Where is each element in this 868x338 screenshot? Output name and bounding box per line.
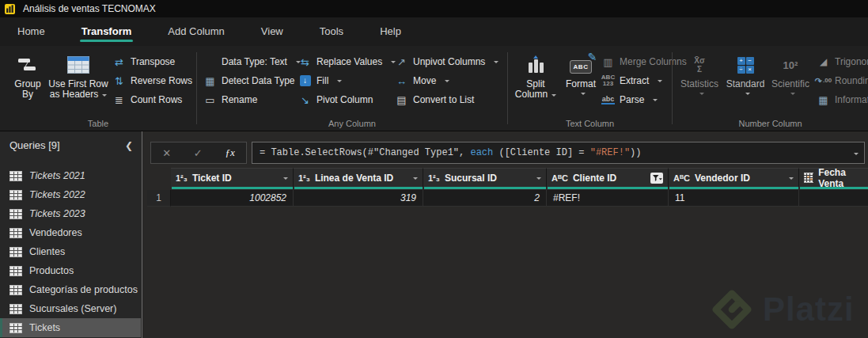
detect-data-type-button[interactable]: ▦ Detect Data Type	[203, 71, 301, 90]
ribbon-group-number-column: X̄σΣ Statistics +−÷× Standard 10² Scient…	[673, 46, 868, 131]
column-label: Ticket ID	[192, 173, 232, 184]
group-by-label: Group By	[14, 78, 40, 100]
column-quality-bar	[294, 187, 423, 189]
transpose-button[interactable]: ⇄ Transpose	[112, 52, 192, 71]
convert-to-list-button[interactable]: ▤ Convert to List	[395, 90, 498, 109]
tab-add-column[interactable]: Add Column	[166, 18, 226, 45]
tab-help[interactable]: Help	[378, 18, 403, 45]
query-item-clientes[interactable]: Clientes	[0, 242, 141, 261]
column-quality-bar	[669, 187, 798, 189]
accept-formula-icon[interactable]: ✓	[194, 147, 203, 159]
row-number[interactable]: 1	[147, 190, 171, 207]
query-item-vendedores[interactable]: Vendedores	[0, 223, 141, 242]
replace-values-button[interactable]: ⇆ Replace Values	[298, 52, 396, 71]
statistics-icon-top: X̄σ	[694, 56, 705, 65]
data-type-button[interactable]: Data Type: Text	[203, 52, 301, 71]
ribbon-group-any-column: Data Type: Text ▦ Detect Data Type ▭ Ren…	[197, 46, 507, 131]
column-filter-dropdown-icon[interactable]	[789, 177, 794, 182]
cell-vendedor-id[interactable]: 11	[669, 190, 799, 207]
text-type-icon: AᴮC	[673, 173, 690, 183]
group-by-icon	[17, 51, 38, 79]
information-button[interactable]: ▦ Information	[817, 90, 868, 109]
unpivot-columns-label: Unpivot Columns	[413, 56, 485, 67]
rename-label: Rename	[222, 94, 257, 105]
format-icon: ABC	[570, 51, 593, 79]
extract-icon-bottom: 123	[603, 81, 613, 87]
tab-home[interactable]: Home	[16, 18, 47, 45]
reverse-rows-button[interactable]: ⇅ Reverse Rows	[112, 71, 192, 90]
fill-button[interactable]: Fill	[298, 71, 396, 90]
table-icon	[9, 247, 22, 257]
column-header-cliente-id[interactable]: AᴮC Cliente ID	[547, 168, 669, 187]
standard-label: Standard	[726, 78, 765, 89]
pivot-column-icon: ↘	[298, 95, 312, 105]
cell-sucursal-id[interactable]: 2	[423, 190, 547, 207]
chevron-down-icon	[699, 93, 704, 97]
minus-tile: −	[746, 57, 754, 65]
filter-applied-icon[interactable]	[650, 173, 663, 184]
unpivot-columns-button[interactable]: ↗ Unpivot Columns	[395, 52, 498, 71]
merge-columns-icon: ▥	[601, 57, 615, 67]
number-type-icon: 1²₃	[428, 173, 440, 183]
extract-icon: ABC123	[601, 74, 615, 87]
query-item-categorias-de-productos[interactable]: Categorías de productos	[0, 280, 141, 299]
column-header-fecha-venta[interactable]: Fecha Venta	[799, 168, 868, 187]
use-first-row-as-headers-label: Use First Row as Headers	[48, 78, 108, 100]
use-first-row-as-headers-button[interactable]: Use First Row as Headers	[46, 51, 111, 100]
move-icon: ↔	[395, 76, 408, 86]
transpose-icon: ⇄	[112, 57, 126, 67]
chevron-down-icon	[552, 94, 556, 99]
rounding-button[interactable]: .00 Rounding	[817, 71, 868, 90]
split-column-button[interactable]: Split Column	[513, 51, 559, 100]
pivot-column-button[interactable]: ↘ Pivot Column	[298, 90, 396, 109]
trigonometry-button[interactable]: ◢ Trigonometry	[817, 52, 868, 71]
platzi-watermark: Platzi	[711, 288, 855, 331]
format-button[interactable]: ABC Format	[562, 51, 600, 96]
tab-transform[interactable]: Transform	[80, 18, 134, 45]
data-type-label: Data Type: Text	[222, 56, 287, 67]
window-title: Análisis de ventas TECNOMAX	[23, 3, 156, 14]
tab-tools[interactable]: Tools	[318, 18, 345, 45]
move-button[interactable]: ↔ Move	[395, 71, 498, 90]
query-item-tickets[interactable]: Tickets	[0, 318, 141, 337]
count-rows-button[interactable]: ≣ Count Rows	[112, 90, 192, 109]
reverse-rows-icon: ⇅	[112, 76, 126, 86]
cancel-formula-icon[interactable]: ✕	[162, 147, 171, 159]
chevron-down-icon	[581, 93, 586, 97]
any-column-col-2: ⇆ Replace Values Fill ↘ Pivot Column	[298, 52, 396, 109]
column-filter-dropdown-icon[interactable]	[413, 177, 418, 182]
column-quality-bar	[548, 187, 668, 189]
unpivot-columns-icon: ↗	[395, 57, 408, 67]
column-filter-dropdown-icon[interactable]	[283, 177, 288, 182]
column-header-vendedor-id[interactable]: AᴮC Vendedor ID	[669, 168, 799, 187]
information-label: Information	[835, 94, 868, 105]
formula-input[interactable]: = Table.SelectRows(#"Changed Type1", eac…	[252, 142, 865, 164]
rename-button[interactable]: ▭ Rename	[203, 90, 301, 109]
group-label-number-column: Number Column	[673, 119, 868, 128]
statistics-button[interactable]: X̄σΣ Statistics	[677, 51, 722, 96]
query-item-sucursales-server[interactable]: Sucursales (Server)	[0, 299, 141, 318]
column-header-sucursal-id[interactable]: 1²₃ Sucursal ID	[423, 168, 547, 187]
tab-view[interactable]: View	[260, 18, 285, 45]
power-query-editor-window: Análisis de ventas TECNOMAX Home Transfo…	[0, 0, 868, 338]
formula-expand-icon[interactable]	[854, 153, 859, 158]
query-item-tickets-2023[interactable]: Tickets 2023	[0, 204, 141, 223]
query-item-tickets-2021[interactable]: Tickets 2021	[0, 166, 141, 185]
queries-panel: Queries [9] Tickets 2021 Tickets 2022 Ti…	[0, 131, 141, 338]
column-filter-dropdown-icon[interactable]	[536, 177, 541, 182]
panel-splitter[interactable]	[142, 131, 142, 338]
group-label-table: Table	[0, 119, 196, 128]
cell-linea-de-venta-id[interactable]: 319	[294, 190, 423, 207]
cell-fecha-venta[interactable]	[799, 190, 868, 207]
query-item-productos[interactable]: Productos	[0, 261, 141, 280]
query-item-tickets-2022[interactable]: Tickets 2022	[0, 185, 141, 204]
column-header-linea-de-venta-id[interactable]: 1²₃ Linea de Venta ID	[294, 168, 423, 187]
cell-ticket-id[interactable]: 1002852	[171, 190, 294, 207]
fx-icon[interactable]: ƒx	[225, 146, 234, 159]
group-by-button[interactable]: Group By	[9, 51, 46, 100]
cell-cliente-id[interactable]: #REF!	[547, 190, 669, 207]
scientific-button[interactable]: 10² Scientific	[769, 51, 812, 96]
collapse-panel-icon[interactable]	[125, 140, 133, 151]
column-header-ticket-id[interactable]: 1²₃ Ticket ID	[171, 168, 294, 187]
standard-button[interactable]: +−÷× Standard	[723, 51, 768, 96]
